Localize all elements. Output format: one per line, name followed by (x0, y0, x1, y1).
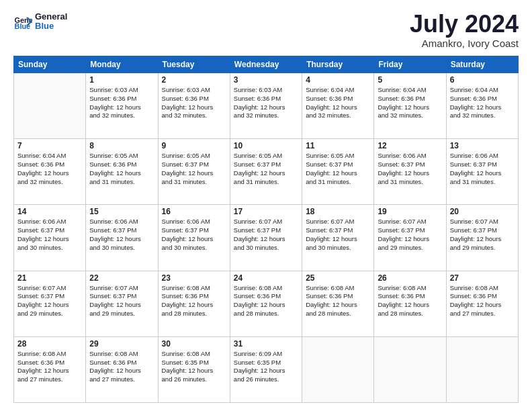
calendar-cell: 26Sunrise: 6:08 AM Sunset: 6:36 PM Dayli… (374, 271, 446, 336)
weekday-header-cell: Saturday (446, 56, 518, 73)
day-info: Sunrise: 6:04 AM Sunset: 6:36 PM Dayligh… (450, 86, 515, 120)
day-info: Sunrise: 6:08 AM Sunset: 6:36 PM Dayligh… (162, 284, 226, 318)
day-number: 15 (89, 207, 154, 216)
weekday-header-row: SundayMondayTuesdayWednesdayThursdayFrid… (14, 56, 519, 73)
calendar-cell: 23Sunrise: 6:08 AM Sunset: 6:36 PM Dayli… (158, 271, 230, 336)
svg-text:Blue: Blue (15, 22, 31, 30)
calendar-cell: 6Sunrise: 6:04 AM Sunset: 6:36 PM Daylig… (446, 73, 518, 139)
weekday-header-cell: Sunday (14, 56, 86, 73)
logo-blue: Blue (35, 21, 67, 31)
location-title: Amankro, Ivory Coast (410, 38, 519, 49)
day-number: 13 (450, 141, 515, 150)
day-number: 23 (162, 273, 226, 283)
calendar-cell: 19Sunrise: 6:07 AM Sunset: 6:37 PM Dayli… (374, 205, 446, 271)
calendar-cell: 16Sunrise: 6:06 AM Sunset: 6:37 PM Dayli… (158, 205, 230, 271)
logo: General Blue General Blue (13, 12, 67, 32)
day-number: 27 (450, 273, 515, 283)
calendar-week-row: 1Sunrise: 6:03 AM Sunset: 6:36 PM Daylig… (14, 73, 519, 139)
day-info: Sunrise: 6:06 AM Sunset: 6:37 PM Dayligh… (450, 152, 515, 186)
day-number: 11 (306, 141, 370, 150)
day-number: 16 (162, 207, 226, 216)
day-info: Sunrise: 6:08 AM Sunset: 6:36 PM Dayligh… (450, 284, 515, 318)
calendar-cell: 30Sunrise: 6:08 AM Sunset: 6:35 PM Dayli… (158, 336, 230, 402)
day-number: 17 (234, 207, 298, 216)
day-number: 5 (378, 75, 442, 85)
day-info: Sunrise: 6:05 AM Sunset: 6:37 PM Dayligh… (162, 152, 226, 186)
logo-icon: General Blue (13, 12, 32, 31)
calendar-cell: 21Sunrise: 6:07 AM Sunset: 6:37 PM Dayli… (14, 271, 86, 336)
calendar-cell: 8Sunrise: 6:05 AM Sunset: 6:36 PM Daylig… (86, 139, 158, 205)
day-info: Sunrise: 6:07 AM Sunset: 6:37 PM Dayligh… (378, 218, 442, 252)
calendar-cell: 11Sunrise: 6:05 AM Sunset: 6:37 PM Dayli… (302, 139, 374, 205)
calendar-cell: 14Sunrise: 6:06 AM Sunset: 6:37 PM Dayli… (14, 205, 86, 271)
day-number: 25 (306, 273, 370, 283)
day-number: 20 (450, 207, 515, 216)
day-info: Sunrise: 6:05 AM Sunset: 6:36 PM Dayligh… (89, 152, 154, 186)
calendar-cell: 25Sunrise: 6:08 AM Sunset: 6:36 PM Dayli… (302, 271, 374, 336)
day-number: 8 (89, 141, 154, 150)
weekday-header-cell: Thursday (302, 56, 374, 73)
calendar-week-row: 14Sunrise: 6:06 AM Sunset: 6:37 PM Dayli… (14, 205, 519, 271)
calendar-cell: 7Sunrise: 6:04 AM Sunset: 6:36 PM Daylig… (14, 139, 86, 205)
day-number: 26 (378, 273, 442, 283)
calendar-cell: 4Sunrise: 6:04 AM Sunset: 6:36 PM Daylig… (302, 73, 374, 139)
day-number: 22 (89, 273, 154, 283)
day-info: Sunrise: 6:08 AM Sunset: 6:36 PM Dayligh… (17, 350, 82, 384)
calendar-table: SundayMondayTuesdayWednesdayThursdayFrid… (13, 56, 519, 403)
weekday-header-cell: Tuesday (158, 56, 230, 73)
calendar-cell: 15Sunrise: 6:06 AM Sunset: 6:37 PM Dayli… (86, 205, 158, 271)
day-number: 28 (17, 339, 82, 349)
month-title: July 2024 (410, 12, 519, 36)
day-number: 18 (306, 207, 370, 216)
calendar-week-row: 7Sunrise: 6:04 AM Sunset: 6:36 PM Daylig… (14, 139, 519, 205)
day-info: Sunrise: 6:08 AM Sunset: 6:36 PM Dayligh… (89, 350, 154, 384)
day-info: Sunrise: 6:06 AM Sunset: 6:37 PM Dayligh… (89, 218, 154, 252)
calendar-cell: 18Sunrise: 6:07 AM Sunset: 6:37 PM Dayli… (302, 205, 374, 271)
day-info: Sunrise: 6:04 AM Sunset: 6:36 PM Dayligh… (378, 86, 442, 120)
calendar-cell: 1Sunrise: 6:03 AM Sunset: 6:36 PM Daylig… (86, 73, 158, 139)
header: General Blue General Blue July 2024 Aman… (13, 12, 519, 49)
calendar-cell: 10Sunrise: 6:05 AM Sunset: 6:37 PM Dayli… (230, 139, 302, 205)
day-info: Sunrise: 6:03 AM Sunset: 6:36 PM Dayligh… (234, 86, 298, 120)
day-info: Sunrise: 6:06 AM Sunset: 6:37 PM Dayligh… (162, 218, 226, 252)
calendar-week-row: 21Sunrise: 6:07 AM Sunset: 6:37 PM Dayli… (14, 271, 519, 336)
day-info: Sunrise: 6:05 AM Sunset: 6:37 PM Dayligh… (234, 152, 298, 186)
calendar-week-row: 28Sunrise: 6:08 AM Sunset: 6:36 PM Dayli… (14, 336, 519, 402)
day-number: 3 (234, 75, 298, 85)
calendar-cell: 13Sunrise: 6:06 AM Sunset: 6:37 PM Dayli… (446, 139, 518, 205)
day-info: Sunrise: 6:03 AM Sunset: 6:36 PM Dayligh… (162, 86, 226, 120)
day-number: 24 (234, 273, 298, 283)
day-number: 2 (162, 75, 226, 85)
day-number: 10 (234, 141, 298, 150)
calendar-cell (14, 73, 86, 139)
weekday-header-cell: Friday (374, 56, 446, 73)
calendar-cell (446, 336, 518, 402)
calendar-cell: 3Sunrise: 6:03 AM Sunset: 6:36 PM Daylig… (230, 73, 302, 139)
weekday-header-cell: Monday (86, 56, 158, 73)
day-info: Sunrise: 6:07 AM Sunset: 6:37 PM Dayligh… (234, 218, 298, 252)
logo-general: General (35, 12, 67, 21)
day-info: Sunrise: 6:07 AM Sunset: 6:37 PM Dayligh… (450, 218, 515, 252)
day-number: 12 (378, 141, 442, 150)
day-info: Sunrise: 6:04 AM Sunset: 6:36 PM Dayligh… (17, 152, 82, 186)
calendar-cell: 9Sunrise: 6:05 AM Sunset: 6:37 PM Daylig… (158, 139, 230, 205)
day-number: 9 (162, 141, 226, 150)
calendar-cell: 24Sunrise: 6:08 AM Sunset: 6:36 PM Dayli… (230, 271, 302, 336)
day-number: 7 (17, 141, 82, 150)
day-number: 6 (450, 75, 515, 85)
day-info: Sunrise: 6:05 AM Sunset: 6:37 PM Dayligh… (306, 152, 370, 186)
calendar-cell: 28Sunrise: 6:08 AM Sunset: 6:36 PM Dayli… (14, 336, 86, 402)
calendar-cell: 2Sunrise: 6:03 AM Sunset: 6:36 PM Daylig… (158, 73, 230, 139)
day-number: 14 (17, 207, 82, 216)
day-info: Sunrise: 6:06 AM Sunset: 6:37 PM Dayligh… (17, 218, 82, 252)
day-info: Sunrise: 6:09 AM Sunset: 6:35 PM Dayligh… (234, 350, 298, 384)
calendar-cell: 12Sunrise: 6:06 AM Sunset: 6:37 PM Dayli… (374, 139, 446, 205)
day-number: 30 (162, 339, 226, 349)
calendar-cell: 17Sunrise: 6:07 AM Sunset: 6:37 PM Dayli… (230, 205, 302, 271)
calendar-cell: 20Sunrise: 6:07 AM Sunset: 6:37 PM Dayli… (446, 205, 518, 271)
day-info: Sunrise: 6:08 AM Sunset: 6:36 PM Dayligh… (306, 284, 370, 318)
calendar-cell: 22Sunrise: 6:07 AM Sunset: 6:37 PM Dayli… (86, 271, 158, 336)
calendar-cell: 27Sunrise: 6:08 AM Sunset: 6:36 PM Dayli… (446, 271, 518, 336)
calendar-cell (374, 336, 446, 402)
day-number: 29 (89, 339, 154, 349)
